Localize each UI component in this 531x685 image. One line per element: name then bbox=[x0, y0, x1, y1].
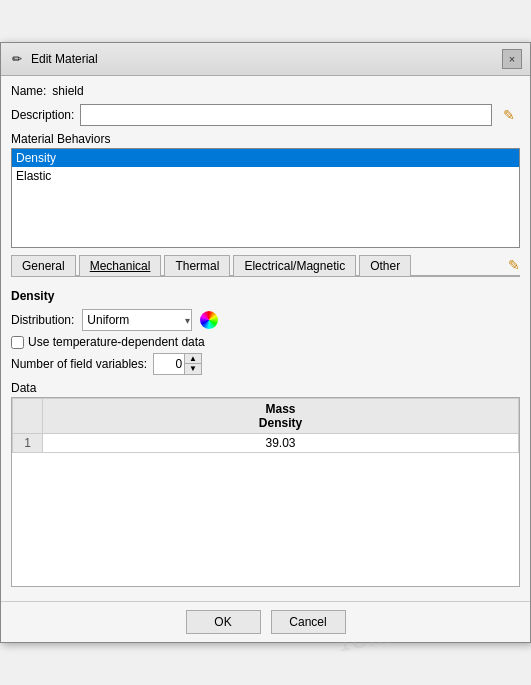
behavior-item-elastic[interactable]: Elastic bbox=[12, 167, 519, 185]
tabs-left: General Mechanical Thermal Electrical/Ma… bbox=[11, 254, 413, 275]
description-input[interactable] bbox=[80, 104, 492, 126]
spinner-buttons: ▲ ▼ bbox=[184, 354, 201, 374]
table-row: 1 39.03 bbox=[13, 434, 519, 453]
description-row: Description: ✎ bbox=[11, 104, 520, 126]
temp-dependent-row: Use temperature-dependent data bbox=[11, 335, 520, 349]
cancel-button[interactable]: Cancel bbox=[271, 610, 346, 634]
table-header-mass-density: MassDensity bbox=[43, 399, 519, 434]
color-ball-icon[interactable] bbox=[200, 311, 218, 329]
distribution-label: Distribution: bbox=[11, 313, 74, 327]
data-group: Data MassDensity 1 39.03 bbox=[11, 381, 520, 587]
field-variables-label: Number of field variables: bbox=[11, 357, 147, 371]
row-number-1: 1 bbox=[13, 434, 43, 453]
behavior-item-density[interactable]: Density bbox=[12, 149, 519, 167]
tab-electrical-magnetic[interactable]: Electrical/Magnetic bbox=[233, 255, 356, 276]
distribution-select-wrapper: Uniform Analytical Field ▾ bbox=[82, 309, 192, 331]
description-label: Description: bbox=[11, 108, 74, 122]
table-header-row: MassDensity bbox=[13, 399, 519, 434]
title-bar-left: ✏ Edit Material bbox=[9, 51, 98, 67]
behaviors-section-label: Material Behaviors bbox=[11, 132, 520, 146]
tab-other[interactable]: Other bbox=[359, 255, 411, 276]
field-variables-spinner: ▲ ▼ bbox=[153, 353, 202, 375]
edit-material-dialog: ✏ Edit Material × Name: shield Descripti… bbox=[0, 42, 531, 643]
temp-dependent-label[interactable]: Use temperature-dependent data bbox=[28, 335, 205, 349]
dialog-icon: ✏ bbox=[9, 51, 25, 67]
tab-general[interactable]: General bbox=[11, 255, 76, 276]
name-value: shield bbox=[52, 84, 83, 98]
tab-bar-pencil-icon[interactable]: ✎ bbox=[508, 257, 520, 275]
distribution-row: Distribution: Uniform Analytical Field ▾ bbox=[11, 309, 520, 331]
temp-dependent-checkbox[interactable] bbox=[11, 336, 24, 349]
bottom-bar: OK Cancel bbox=[1, 601, 530, 642]
table-header-rownum bbox=[13, 399, 43, 434]
name-label: Name: bbox=[11, 84, 46, 98]
field-variables-row: Number of field variables: ▲ ▼ bbox=[11, 353, 520, 375]
mass-density-value-1[interactable]: 39.03 bbox=[43, 434, 519, 453]
field-variables-input[interactable] bbox=[154, 354, 184, 374]
close-button[interactable]: × bbox=[502, 49, 522, 69]
description-pencil-icon[interactable]: ✎ bbox=[498, 104, 520, 126]
name-row: Name: shield bbox=[11, 84, 520, 98]
data-group-label: Data bbox=[11, 381, 520, 395]
spinner-down-button[interactable]: ▼ bbox=[185, 364, 201, 374]
tab-bar: General Mechanical Thermal Electrical/Ma… bbox=[11, 254, 520, 277]
title-bar: ✏ Edit Material × bbox=[1, 43, 530, 76]
dialog-body: Name: shield Description: ✎ Material Beh… bbox=[1, 76, 530, 601]
density-table: MassDensity 1 39.03 bbox=[12, 398, 519, 453]
distribution-select[interactable]: Uniform Analytical Field bbox=[82, 309, 192, 331]
material-behaviors-section: Material Behaviors Density Elastic bbox=[11, 132, 520, 248]
density-section: Density Distribution: Uniform Analytical… bbox=[11, 283, 520, 593]
spinner-up-button[interactable]: ▲ bbox=[185, 354, 201, 364]
tab-mechanical[interactable]: Mechanical bbox=[79, 255, 162, 276]
ok-button[interactable]: OK bbox=[186, 610, 261, 634]
behaviors-list: Density Elastic bbox=[11, 148, 520, 248]
dialog-title: Edit Material bbox=[31, 52, 98, 66]
density-title: Density bbox=[11, 289, 520, 303]
data-table-container[interactable]: MassDensity 1 39.03 bbox=[11, 397, 520, 587]
tab-thermal[interactable]: Thermal bbox=[164, 255, 230, 276]
